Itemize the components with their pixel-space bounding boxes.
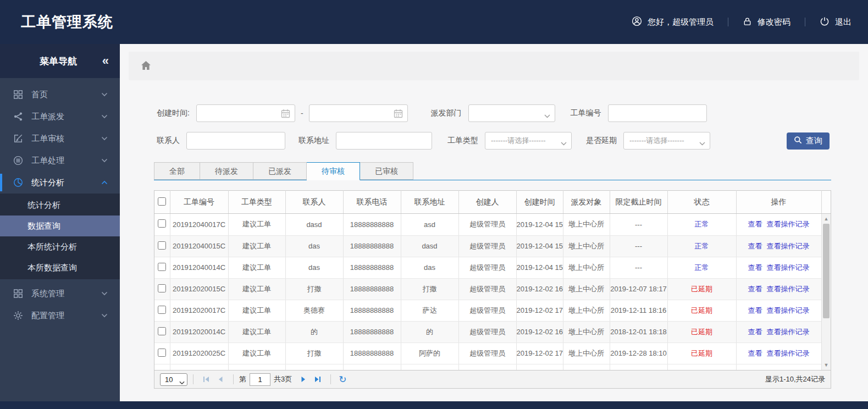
view-log-link[interactable]: 查看操作记录 <box>767 263 810 272</box>
row-actions: 查看查看操作记录 <box>736 235 821 257</box>
scroll-down-arrow[interactable]: ▼ <box>822 361 831 369</box>
row-checkbox[interactable] <box>158 349 166 357</box>
create-time-end-input[interactable] <box>309 104 408 122</box>
home-icon[interactable] <box>141 60 151 72</box>
view-log-link[interactable]: 查看操作记录 <box>767 328 810 336</box>
view-link[interactable]: 查看 <box>748 328 762 336</box>
order-no-input[interactable] <box>608 104 707 122</box>
view-link[interactable]: 查看 <box>748 220 762 228</box>
col-phone: 联系电话 <box>343 191 401 214</box>
sidebar-item-statistics[interactable]: 统计分析 <box>0 172 120 194</box>
tab-pending-review[interactable]: 待审核 <box>307 162 360 180</box>
view-log-link[interactable]: 查看操作记录 <box>767 285 810 293</box>
contact-input[interactable] <box>186 132 285 150</box>
create-time-start-input[interactable] <box>196 104 295 122</box>
view-log-link[interactable]: 查看操作记录 <box>767 306 810 314</box>
page-prefix-label: 第 <box>239 374 246 384</box>
order-type-label: 工单类型 <box>447 136 478 146</box>
calendar-icon[interactable] <box>394 109 403 120</box>
view-link[interactable]: 查看 <box>748 242 762 250</box>
sidebar-item-review[interactable]: 工单审核 <box>0 128 120 150</box>
next-page-icon[interactable] <box>300 375 307 383</box>
row-checkbox[interactable] <box>158 263 166 271</box>
cell-creator: 超级管理员 <box>458 235 516 257</box>
pager-divider <box>233 374 234 384</box>
row-checkbox-cell <box>154 278 170 300</box>
row-checkbox[interactable] <box>158 306 166 314</box>
view-link[interactable]: 查看 <box>748 349 762 357</box>
prev-page-icon[interactable] <box>217 375 224 383</box>
tab-dispatched[interactable]: 已派发 <box>253 162 307 180</box>
share-icon <box>13 112 24 122</box>
tab-pending-dispatch[interactable]: 待派发 <box>200 162 253 180</box>
order-type-select[interactable]: -------请选择------- <box>485 132 572 150</box>
change-password-button[interactable]: 修改密码 <box>743 16 790 28</box>
address-input[interactable] <box>336 132 432 150</box>
status-badge: 正常 <box>667 214 736 235</box>
select-placeholder: -------请选择------- <box>491 136 546 146</box>
cell-contact: das <box>285 257 343 278</box>
row-checkbox[interactable] <box>158 284 166 292</box>
row-checkbox-cell <box>154 214 170 235</box>
scrollbar-thumb[interactable] <box>823 224 830 318</box>
view-log-link[interactable]: 查看操作记录 <box>767 349 810 357</box>
sidebar-item-home[interactable]: 首页 <box>0 84 120 106</box>
user-greeting[interactable]: 您好，超级管理员 <box>632 16 714 28</box>
view-log-link[interactable]: 查看操作记录 <box>767 220 810 228</box>
cell-created-at: 2019-12-02 17 <box>516 342 563 364</box>
row-checkbox[interactable] <box>158 327 166 335</box>
gear-icon <box>13 311 24 321</box>
calendar-icon[interactable] <box>281 109 290 120</box>
cell-address: dasd <box>401 235 458 257</box>
select-all-checkbox-cell <box>154 191 170 214</box>
row-checkbox[interactable] <box>158 241 166 250</box>
sidebar-item-config[interactable]: 配置管理 <box>0 305 120 327</box>
sidebar-item-dispatch[interactable]: 工单派发 <box>0 106 120 128</box>
sidebar-item-label: 工单处理 <box>31 156 64 166</box>
cell-deadline: 2019-12-07 18:17 <box>610 278 667 300</box>
submenu-item-data-query[interactable]: 数据查询 <box>0 215 120 236</box>
cell-phone: 18888888888 <box>343 300 401 321</box>
logout-button[interactable]: 退出 <box>820 16 852 28</box>
cell-dispatch-target: 墩上中心所 <box>563 235 610 257</box>
page-number-input[interactable] <box>250 373 270 386</box>
cell-creator: 超级管理员 <box>458 257 516 278</box>
scroll-up-arrow[interactable]: ▲ <box>822 215 831 223</box>
orders-table: 工单编号 工单类型 联系人 联系电话 联系地址 创建人 创建时间 派发对象 限定… <box>154 190 831 389</box>
tab-all[interactable]: 全部 <box>154 162 200 180</box>
chevron-down-icon <box>544 112 550 120</box>
refresh-icon[interactable]: ↻ <box>339 375 346 384</box>
search-button[interactable]: 查询 <box>787 132 830 150</box>
table-scrollbar[interactable]: ▲ ▼ <box>821 214 831 370</box>
first-page-icon[interactable] <box>202 375 210 383</box>
status-badge: 正常 <box>667 235 736 257</box>
submenu-item-local-statistics[interactable]: 本所统计分析 <box>0 236 120 257</box>
sidebar-item-system[interactable]: 系统管理 <box>0 283 120 305</box>
tab-reviewed[interactable]: 已审核 <box>360 162 413 180</box>
view-link[interactable]: 查看 <box>748 306 762 314</box>
header-divider <box>728 18 728 26</box>
cell-dispatch-target: 墩上中心所 <box>563 214 610 235</box>
view-link[interactable]: 查看 <box>748 285 762 293</box>
submenu-item-local-data-query[interactable]: 本所数据查询 <box>0 257 120 278</box>
submenu-item-statistics-analysis[interactable]: 统计分析 <box>0 195 120 215</box>
sidebar-item-process[interactable]: 工单处理 <box>0 150 120 172</box>
view-link[interactable]: 查看 <box>748 263 762 272</box>
view-log-link[interactable]: 查看操作记录 <box>767 242 810 250</box>
cell-contact: 的 <box>285 321 343 342</box>
edit-icon <box>13 134 24 144</box>
cell-created-at: 2019-12-02 16 <box>516 278 563 300</box>
row-checkbox[interactable] <box>158 219 166 228</box>
sidebar-collapse-icon[interactable]: « <box>102 55 109 67</box>
last-page-icon[interactable] <box>314 375 322 383</box>
delayed-select[interactable]: -------请选择------- <box>623 132 710 150</box>
grid-icon <box>13 90 24 100</box>
select-all-checkbox[interactable] <box>158 197 166 206</box>
records-summary: 显示1-10,共24记录 <box>765 374 825 384</box>
stack-circle-icon <box>13 156 24 166</box>
page-size-select[interactable]: 10 <box>160 373 187 386</box>
status-badge: 已延期 <box>667 342 736 364</box>
dispatch-dept-select[interactable] <box>468 104 555 122</box>
empty-cell <box>563 364 610 370</box>
pager-divider <box>330 374 331 384</box>
